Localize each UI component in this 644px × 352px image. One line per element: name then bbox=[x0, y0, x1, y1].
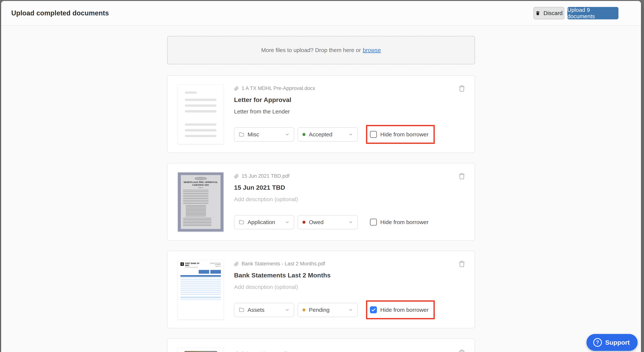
upload-label: Upload 9 documents bbox=[567, 7, 618, 19]
certificate-footer-lines bbox=[183, 218, 211, 226]
trash-icon bbox=[535, 10, 540, 16]
chevron-down-icon bbox=[348, 308, 353, 312]
hide-from-borrower-wrap: Hide from borrower bbox=[366, 213, 435, 232]
file-name: Bank Statements - Last 2 Months.pdf bbox=[242, 261, 325, 267]
document-controls: Application Owed Hide from borrower bbox=[234, 213, 464, 232]
document-info: 15 Jun 2021 TBD.pdf 15 Jun 2021 TBD Add … bbox=[234, 172, 464, 232]
document-thumbnail[interactable] bbox=[178, 348, 224, 352]
bank-name: FIRST BANK OF WIKI bbox=[185, 262, 203, 267]
document-info: Bank Statements - Last 2 Months.pdf Bank… bbox=[234, 260, 464, 319]
folder-select-value: Application bbox=[248, 219, 285, 225]
status-dot bbox=[302, 221, 306, 224]
status-select-value: Accepted bbox=[309, 131, 348, 138]
help-question-icon: ? bbox=[593, 338, 602, 347]
document-title[interactable]: Bank Statements Last 2 Months bbox=[234, 272, 464, 279]
statement-table-rows bbox=[180, 277, 221, 295]
statement-table-header bbox=[180, 275, 221, 277]
file-row: 1 A TX MDHL Pre-Approval.docx bbox=[234, 85, 464, 91]
file-name: Driver-s License.pdf bbox=[242, 351, 287, 352]
status-select[interactable]: Accepted bbox=[298, 127, 358, 142]
document-description-placeholder[interactable]: Add description (optional) bbox=[234, 284, 464, 290]
status-select-value: Pending bbox=[309, 307, 348, 313]
document-info: Driver-s License.pdf bbox=[234, 348, 464, 352]
certificate-bullet-lines bbox=[186, 205, 206, 217]
hide-from-borrower-label: Hide from borrower bbox=[380, 219, 428, 225]
file-row: 15 Jun 2021 TBD.pdf bbox=[234, 173, 464, 179]
document-card: 1 A TX MDHL Pre-Approval.docx Letter for… bbox=[167, 75, 475, 153]
thumb-text-bar bbox=[185, 91, 197, 94]
document-thumbnail[interactable]: Firefly Mortgage MORTGAGE PRE-APPROVAL C… bbox=[178, 172, 224, 232]
file-name: 15 Jun 2021 TBD.pdf bbox=[242, 173, 290, 179]
folder-select[interactable]: Application bbox=[234, 215, 294, 229]
folder-select[interactable]: Misc bbox=[234, 127, 294, 142]
chevron-down-icon bbox=[285, 220, 290, 225]
hide-from-borrower-annotation: Hide from borrower bbox=[366, 300, 435, 319]
certificate-badge: Firefly Mortgage bbox=[194, 177, 207, 180]
paperclip-icon bbox=[234, 86, 239, 91]
document-controls: Misc Accepted Hide from borrower bbox=[234, 125, 464, 144]
statement-account-bar bbox=[199, 270, 221, 274]
document-controls: Assets Pending Hide from borrower bbox=[234, 300, 464, 319]
certificate-heading: MORTGAGE PRE-APPROVAL CERTIFICATE bbox=[183, 181, 218, 187]
status-select[interactable]: Pending bbox=[298, 303, 358, 317]
document-card: S FIRST BANK OF WIKI CHEQUING ACCOUNT ST… bbox=[167, 251, 475, 328]
statement-total-bar bbox=[180, 297, 221, 298]
file-row: Driver-s License.pdf bbox=[234, 351, 464, 352]
support-label: Support bbox=[605, 339, 630, 346]
folder-select-value: Assets bbox=[248, 307, 285, 313]
browse-link[interactable]: browse bbox=[363, 47, 381, 53]
certificate-subheading: ISSUED TO bbox=[183, 187, 218, 188]
statement-title: CHEQUING ACCOUNT STATEMENT bbox=[204, 262, 221, 266]
certificate-text-lines bbox=[183, 190, 208, 205]
status-select[interactable]: Owed bbox=[298, 215, 358, 229]
folder-select-value: Misc bbox=[248, 131, 285, 138]
dropzone-prompt: More files to upload? Drop them here or bbox=[261, 47, 361, 53]
document-card: Driver-s License.pdf bbox=[167, 339, 475, 352]
upload-documents-button[interactable]: Upload 9 documents bbox=[567, 7, 618, 19]
delete-document-button[interactable] bbox=[458, 173, 465, 180]
status-dot bbox=[302, 309, 306, 312]
paperclip-icon bbox=[234, 262, 239, 266]
page-title: Upload completed documents bbox=[11, 9, 109, 17]
page-header: Upload completed documents Discard Uploa… bbox=[1, 1, 641, 26]
document-info: 1 A TX MDHL Pre-Approval.docx Letter for… bbox=[234, 85, 464, 144]
bank-logo: S bbox=[180, 262, 184, 266]
folder-icon bbox=[239, 220, 244, 225]
hide-from-borrower-checkbox[interactable] bbox=[370, 219, 377, 226]
bank-address-lines bbox=[185, 267, 198, 268]
file-row: Bank Statements - Last 2 Months.pdf bbox=[234, 261, 464, 267]
discard-label: Discard bbox=[544, 10, 562, 16]
chevron-down-icon bbox=[285, 308, 290, 312]
document-card: Firefly Mortgage MORTGAGE PRE-APPROVAL C… bbox=[167, 163, 475, 241]
chevron-down-icon bbox=[348, 132, 353, 137]
app-window: Upload completed documents Discard Uploa… bbox=[1, 1, 641, 352]
statement-page: Page 1 of 1 bbox=[204, 266, 221, 267]
drivers-license-preview bbox=[184, 351, 218, 352]
chevron-down-icon bbox=[348, 220, 353, 225]
hide-from-borrower-checkbox[interactable] bbox=[370, 131, 377, 138]
chevron-down-icon bbox=[285, 132, 290, 137]
folder-icon bbox=[239, 132, 244, 137]
file-name: 1 A TX MDHL Pre-Approval.docx bbox=[242, 85, 315, 91]
content-area: More files to upload? Drop them here or … bbox=[167, 36, 475, 352]
paperclip-icon bbox=[234, 352, 239, 352]
discard-button[interactable]: Discard bbox=[534, 7, 564, 19]
support-button[interactable]: ? Support bbox=[586, 334, 638, 351]
check-icon bbox=[371, 308, 376, 312]
delete-document-button[interactable] bbox=[458, 85, 465, 92]
file-dropzone[interactable]: More files to upload? Drop them here or … bbox=[167, 36, 475, 64]
delete-document-button[interactable] bbox=[458, 261, 465, 267]
document-title[interactable]: Letter for Approval bbox=[234, 96, 464, 103]
document-title[interactable]: 15 Jun 2021 TBD bbox=[234, 184, 464, 191]
document-thumbnail[interactable]: S FIRST BANK OF WIKI CHEQUING ACCOUNT ST… bbox=[178, 260, 224, 319]
paperclip-icon bbox=[234, 174, 239, 179]
hide-from-borrower-checkbox[interactable] bbox=[370, 306, 377, 313]
document-description[interactable]: Letter from the Lender bbox=[234, 108, 464, 115]
hide-from-borrower-label: Hide from borrower bbox=[380, 131, 428, 138]
mortgage-certificate-preview: Firefly Mortgage MORTGAGE PRE-APPROVAL C… bbox=[178, 172, 224, 232]
delete-document-button[interactable] bbox=[458, 349, 465, 352]
document-thumbnail[interactable] bbox=[178, 85, 224, 144]
folder-select[interactable]: Assets bbox=[234, 303, 294, 317]
document-description-placeholder[interactable]: Add description (optional) bbox=[234, 196, 464, 203]
status-dot bbox=[302, 133, 306, 136]
